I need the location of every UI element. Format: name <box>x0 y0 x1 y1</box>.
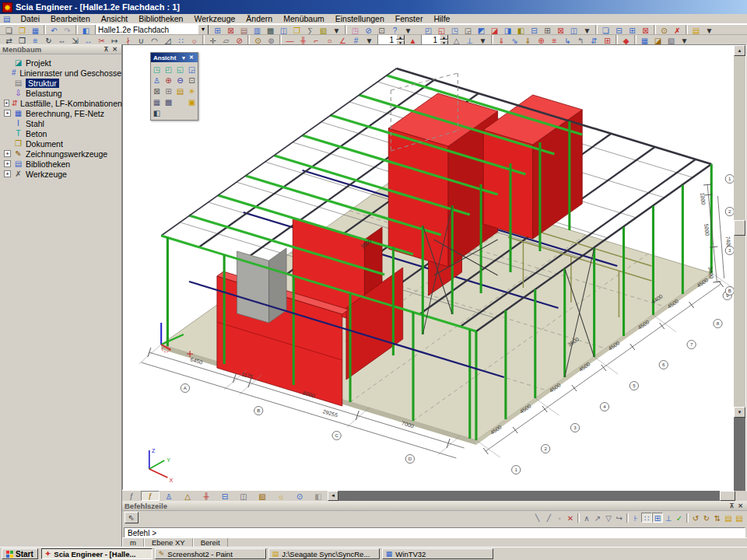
lights-toggle-icon[interactable]: ☼ <box>272 491 290 501</box>
spin-up-icon[interactable]: ▲ <box>440 34 448 40</box>
pin-icon[interactable]: ⊼ <box>102 45 110 54</box>
snap-triangle-icon[interactable]: ▽ <box>603 513 614 523</box>
zoom-out-icon[interactable]: ⊖ <box>174 75 186 86</box>
export-dwg-icon[interactable]: ◪ <box>651 35 665 45</box>
cursor-mode-icon[interactable]: ⇖ <box>124 512 139 523</box>
scale-factor-icon[interactable]: ▲ <box>406 35 419 45</box>
rotate-left-icon[interactable]: ↺ <box>690 513 701 523</box>
view-window-7-icon[interactable]: ◨ <box>501 25 514 35</box>
labels-toggle-icon[interactable]: ╫ <box>197 491 216 501</box>
zoom-window-icon[interactable]: ⊡ <box>186 75 198 86</box>
dropdown-icon[interactable]: ▼ <box>703 25 716 35</box>
new-icon[interactable]: ❏ <box>2 25 16 35</box>
sidebar-item-berechnung[interactable]: +▦Berechnung, FE-Netz <box>0 108 121 118</box>
snap-tangent-icon[interactable]: ↪ <box>614 513 625 523</box>
view-manager-icon[interactable]: ▤ <box>174 86 186 96</box>
view-flags-icon[interactable]: ƒ <box>122 491 141 501</box>
libraries-icon[interactable]: ◳ <box>349 25 362 35</box>
select-icon[interactable]: ✛ <box>206 35 219 45</box>
menu-item-bearbeiten[interactable]: Bearbeiten <box>45 14 96 24</box>
rotate-icon[interactable]: ↻ <box>42 35 55 45</box>
snap-midpoint-icon[interactable]: ∧ <box>581 513 592 523</box>
project-combo[interactable]: ▼ <box>95 24 209 34</box>
view-window-2-icon[interactable]: ◱ <box>435 25 448 35</box>
view-window-4-icon[interactable]: ◲ <box>461 25 475 35</box>
draw-polyline-icon[interactable]: ⌐ <box>310 35 323 45</box>
layer-spinner-input[interactable] <box>421 34 440 44</box>
chevron-down-icon[interactable]: ▼ <box>180 55 188 61</box>
sidebar-item-dokument[interactable]: ❐Dokument <box>0 138 121 149</box>
units-icon[interactable]: ⊡ <box>375 25 388 35</box>
tile-vertical-icon[interactable]: ⊞ <box>626 25 639 35</box>
model-viewport[interactable]: 6450 1175 8000 7000 29255 4500 4500 4500… <box>122 44 746 490</box>
dropdown-icon[interactable]: ▼ <box>363 35 376 45</box>
scroll-up-icon[interactable]: ▲ <box>734 45 745 56</box>
loadcase-insert-icon[interactable]: ↳ <box>561 35 574 45</box>
ansicht-palette[interactable]: Ansicht ▼ ✕ ◳◰◱◲♙⊕⊖⊡⊠⊞▤☀▦▩▣◧ <box>150 52 198 121</box>
menu-item-datei[interactable]: Datei <box>15 14 45 24</box>
deselect-icon[interactable]: ⊘ <box>233 35 246 45</box>
close-icon[interactable]: ✕ <box>110 45 119 54</box>
expand-icon[interactable]: + <box>4 100 9 107</box>
draw-arc-icon[interactable]: ∠ <box>336 35 349 45</box>
horizontal-scroll-thumb[interactable] <box>720 491 735 501</box>
close-icon[interactable]: ✕ <box>188 54 195 61</box>
expand-icon[interactable]: + <box>4 110 11 117</box>
view-window-11-icon[interactable]: ⊠ <box>554 25 567 35</box>
open-icon[interactable]: ❐ <box>16 25 29 35</box>
view-window-9-icon[interactable]: ⊟ <box>528 25 541 35</box>
print-preview-icon[interactable]: ◫ <box>277 25 290 35</box>
cascade-windows-icon[interactable]: ❏ <box>599 25 612 35</box>
layer-spinner[interactable]: ▲▼ <box>421 34 448 44</box>
copy-view-icon[interactable]: ▩ <box>163 96 174 107</box>
close-project-icon[interactable]: ⊠ <box>224 25 237 35</box>
sidebar-item-linienraster[interactable]: #Linienraster und Geschosse <box>0 68 121 78</box>
move-icon[interactable]: ⇄ <box>2 35 16 45</box>
palette-header[interactable]: Ansicht ▼ ✕ <box>151 53 198 62</box>
draw-line-icon[interactable]: — <box>283 35 296 45</box>
line-raster-icon[interactable]: ⊞ <box>652 513 663 523</box>
scroll-down-icon[interactable]: ▼ <box>734 407 745 418</box>
print-view-icon[interactable]: ▦ <box>151 96 163 107</box>
sidebar-item-bibliotheken[interactable]: +▤Bibliotheken <box>0 159 121 169</box>
sidebar-item-beton[interactable]: TBeton <box>0 128 121 138</box>
menu-item-ansicht[interactable]: Ansicht <box>96 14 133 24</box>
scale-icon[interactable]: ⇲ <box>68 35 82 45</box>
sidebar-item-projekt[interactable]: ◪Projekt <box>0 58 121 68</box>
snap-off-icon[interactable]: ✕ <box>565 513 576 523</box>
project-manager-icon[interactable]: ◧ <box>79 25 93 35</box>
show-selected-icon[interactable]: ⊙ <box>251 35 265 45</box>
axonometric-view-icon[interactable]: ◳ <box>151 64 163 75</box>
options-icon[interactable]: ▧ <box>665 35 678 45</box>
export-view-icon[interactable]: ▤ <box>689 25 703 35</box>
join-icon[interactable]: ∪ <box>135 35 148 45</box>
sidebar-item-belastung[interactable]: ⇩Belastung <box>0 88 121 98</box>
pin-icon[interactable]: ⊼ <box>728 502 736 510</box>
loadcase-copy-icon[interactable]: ⇘ <box>508 35 521 45</box>
view-window-6-icon[interactable]: ◪ <box>488 25 501 35</box>
zoom-selection-icon[interactable]: ⊞ <box>163 86 174 96</box>
walk-mode-icon[interactable]: ♙ <box>151 75 163 86</box>
dropdown-icon[interactable]: ▼ <box>330 25 343 35</box>
view-window-12-icon[interactable]: ◫ <box>567 25 580 35</box>
window-view-icon[interactable]: ▣ <box>186 96 198 107</box>
dropdown-icon[interactable]: ▼ <box>678 35 691 45</box>
shading-icon[interactable]: ƒ <box>141 491 160 501</box>
loadcase-new-icon[interactable]: ⇓ <box>495 35 508 45</box>
horizontal-scroll-track[interactable] <box>338 491 720 501</box>
chamfer-icon[interactable]: ◿ <box>161 35 174 45</box>
view-x-icon[interactable]: ◰ <box>163 64 174 75</box>
vertical-scroll-thumb[interactable] <box>734 220 745 236</box>
taskbar-task[interactable]: ▤J:\Seagate Sync\SyncRe... <box>268 548 380 559</box>
loadcase-swap-icon[interactable]: ⇵ <box>587 35 601 45</box>
zoom-all-icon[interactable]: ⊠ <box>151 86 163 96</box>
multi-copy-icon[interactable]: ≡ <box>29 35 42 45</box>
trim-icon[interactable]: ✂ <box>95 35 108 45</box>
start-button[interactable]: Start <box>2 548 38 559</box>
help-icon[interactable]: ? <box>388 25 402 35</box>
save-icon[interactable]: ▦ <box>29 25 42 35</box>
project-combo-input[interactable] <box>95 24 198 34</box>
mirror-icon[interactable]: ⇔ <box>55 35 68 45</box>
rotate-right-icon[interactable]: ↻ <box>701 513 712 523</box>
macro-1-icon[interactable]: ▤ <box>723 513 734 523</box>
